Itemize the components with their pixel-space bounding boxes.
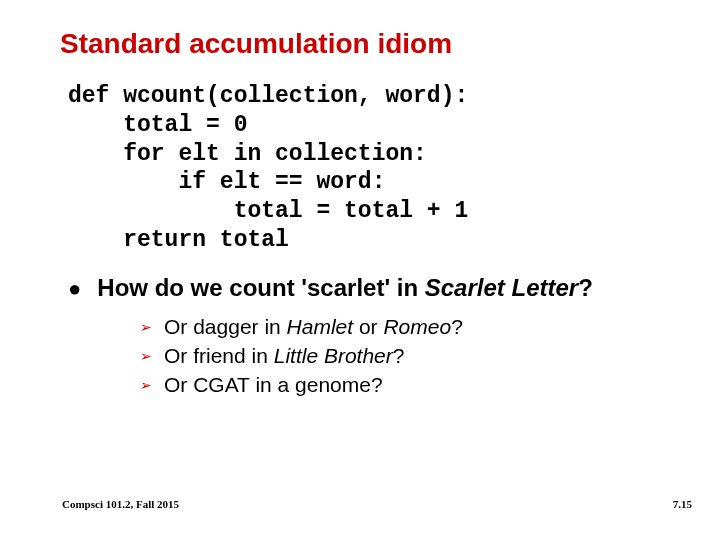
- sub-text: Or CGAT in a genome?: [164, 371, 383, 399]
- code-line: for elt in collection:: [68, 141, 427, 167]
- t: Or CGAT in a genome?: [164, 373, 383, 396]
- arrow-icon: ➢: [140, 377, 152, 393]
- code-line: total = total + 1: [68, 198, 468, 224]
- t: Or friend in: [164, 344, 274, 367]
- t: or: [353, 315, 383, 338]
- code-line: if elt == word:: [68, 169, 385, 195]
- arrow-icon: ➢: [140, 348, 152, 364]
- sub-text: Or dagger in Hamlet or Romeo?: [164, 313, 463, 341]
- main-bullet: ● How do we count 'scarlet' in Scarlet L…: [68, 273, 660, 303]
- footer-course: Compsci 101.2, Fall 2015: [62, 498, 179, 510]
- code-line: total = 0: [68, 112, 247, 138]
- sub-bullet-list: ➢ Or dagger in Hamlet or Romeo? ➢ Or fri…: [140, 313, 660, 400]
- footer-page: 7.15: [673, 498, 692, 510]
- slide-title: Standard accumulation idiom: [60, 28, 660, 60]
- code-block: def wcount(collection, word): total = 0 …: [68, 82, 660, 255]
- main-question: How do we count 'scarlet' in Scarlet Let…: [97, 273, 593, 303]
- question-ital: Scarlet Letter: [425, 274, 578, 301]
- sub-bullet: ➢ Or friend in Little Brother?: [140, 342, 660, 370]
- sub-bullet: ➢ Or CGAT in a genome?: [140, 371, 660, 399]
- code-line: def wcount(collection, word):: [68, 83, 468, 109]
- arrow-icon: ➢: [140, 319, 152, 335]
- sub-bullet: ➢ Or dagger in Hamlet or Romeo?: [140, 313, 660, 341]
- sub-text: Or friend in Little Brother?: [164, 342, 404, 370]
- t: Hamlet: [287, 315, 354, 338]
- question-post: ?: [578, 274, 593, 301]
- question-pre: How do we count 'scarlet' in: [97, 274, 424, 301]
- t: ?: [451, 315, 463, 338]
- code-line: return total: [68, 227, 289, 253]
- t: Little Brother: [274, 344, 393, 367]
- bullet-icon: ●: [68, 275, 81, 303]
- t: Romeo: [383, 315, 451, 338]
- t: ?: [393, 344, 405, 367]
- t: Or dagger in: [164, 315, 287, 338]
